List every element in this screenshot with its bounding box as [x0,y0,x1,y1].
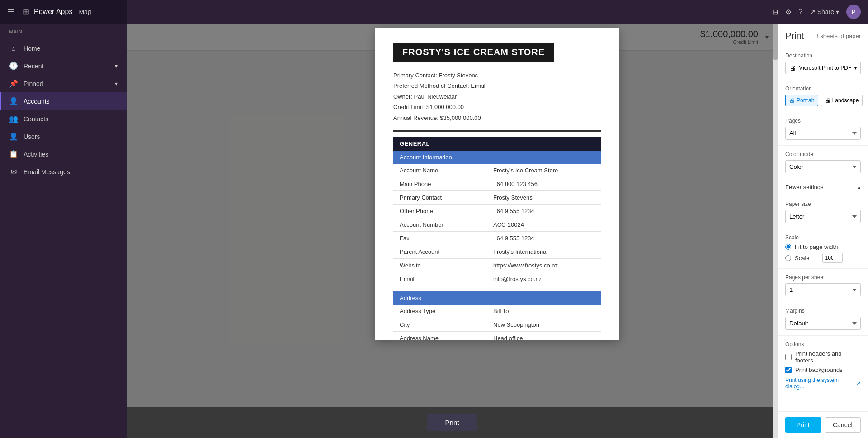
pages-per-sheet-label: Pages per sheet [785,274,861,281]
sidebar-item-users-label: Users [24,133,40,140]
external-link-icon: ↗ [856,380,861,386]
field-label: Account Number [393,218,487,231]
field-label: Website [393,258,487,272]
field-value: Frosty Stevens [487,190,601,204]
print-overlay: FROSTY'S ICE CREAM STORE Primary Contact… [127,24,868,438]
destination-value: Microsoft Print to PDF [798,65,854,71]
sidebar-item-contacts[interactable]: 👥 Contacts [0,110,127,128]
fewer-settings-label: Fewer settings [785,184,824,190]
margins-section: Margins Default [778,302,868,336]
share-icon: ↗ [810,8,816,15]
field-value: ACC-10024 [487,218,601,231]
table-row: Address Name Head office [393,331,601,340]
field-value: +64 800 123 456 [487,177,601,190]
print-headers-row: Print headers and footers [785,350,861,364]
print-headers-checkbox[interactable] [785,354,792,360]
portrait-button[interactable]: 🖨 Portrait [785,95,818,106]
table-row: Email info@frostys.co.nz [393,272,601,286]
field-label: Parent Account [393,245,487,258]
field-value: +64 9 555 1234 [487,231,601,245]
avatar[interactable]: P [846,5,861,19]
destination-selector[interactable]: 🖨 Microsoft Print to PDF ▾ [785,62,861,74]
help-icon[interactable]: ? [799,8,803,16]
margins-select[interactable]: Default [785,317,861,330]
sidebar-header: ☰ ⊞ Power Apps Mag [0,0,127,24]
pages-label: Pages [785,118,861,124]
pinned-icon: 📌 [9,79,18,88]
scrollbar-thumb[interactable] [773,24,778,60]
scrollbar[interactable] [773,24,778,438]
contacts-icon: 👥 [9,114,18,123]
sidebar-item-accounts[interactable]: 👤 Accounts [0,92,127,110]
field-label: Email [393,272,487,286]
scale-radio[interactable] [785,255,791,261]
print-system-link-label: Print using the system dialog... [785,377,854,390]
orientation-label: Orientation [785,86,861,92]
meta-line-4: Credit Limit: $1,000,000.00 [393,102,601,112]
app-label: Mag [79,8,91,15]
color-mode-select[interactable]: Color [785,160,861,173]
color-mode-label: Color mode [785,151,861,157]
table-row: Account Name Frosty's Ice Cream Store [393,164,601,177]
options-label: Options [785,341,861,348]
destination-label: Destination [785,52,861,59]
printer-icon: 🖨 [789,64,796,71]
email-icon: ✉ [9,167,18,176]
portrait-label: Portrait [797,97,814,104]
fewer-settings-toggle[interactable]: Fewer settings ▴ [778,179,868,195]
pages-select[interactable]: All [785,127,861,140]
chevron-up-icon: ▴ [858,184,861,190]
share-chevron-icon: ▾ [836,8,839,15]
menu-toggle-icon[interactable]: ☰ [7,7,14,17]
scale-row: Scale [785,253,861,263]
field-value: Frosty's International [487,245,601,258]
address-table: Address Type Bill To City New Scoopingto… [393,305,601,340]
cancel-button[interactable]: Cancel [825,417,861,433]
sidebar-item-activities-label: Activities [24,151,48,158]
share-button[interactable]: ↗ Share ▾ [810,8,839,15]
fit-to-page-width-label: Fit to page width [795,243,838,250]
paper-size-select[interactable]: Letter [785,210,861,223]
table-row: Account Number ACC-10024 [393,218,601,231]
table-row: Primary Contact Frosty Stevens [393,190,601,204]
print-panel-header: Print 3 sheets of paper [778,24,868,47]
sidebar-item-accounts-label: Accounts [24,98,50,105]
sidebar-item-contacts-label: Contacts [24,115,48,123]
print-backgrounds-checkbox[interactable] [785,367,792,373]
sidebar-item-home[interactable]: ⌂ Home [0,40,127,57]
print-system-link[interactable]: Print using the system dialog... ↗ [785,377,861,390]
field-label: Account Name [393,164,487,177]
field-value: https://www.frostys.co.nz [487,258,601,272]
address-header: Address [393,291,601,305]
sidebar-item-email-label: Email Messages [24,168,70,176]
sidebar-item-users[interactable]: 👤 Users [0,128,127,145]
main-area: ⊟ ⚙ ? ↗ Share ▾ P $1,000,000.00 Credit L… [127,0,868,438]
field-label: Primary Contact [393,190,487,204]
scale-input-row [822,253,843,263]
scale-input[interactable] [822,253,843,263]
color-mode-section: Color mode Color [778,146,868,179]
account-info-table: Account Name Frosty's Ice Cream Store Ma… [393,164,601,286]
settings-icon[interactable]: ⚙ [785,8,792,16]
pages-per-sheet-select[interactable]: 1 [785,283,861,296]
destination-section: Destination 🖨 Microsoft Print to PDF ▾ [778,47,868,80]
filter-icon[interactable]: ⊟ [772,8,778,16]
sidebar-item-pinned[interactable]: 📌 Pinned ▾ [0,75,127,92]
chevron-down-icon: ▾ [854,66,857,71]
landscape-button[interactable]: 🖨 Landscape [821,95,863,106]
scale-section: Scale Fit to page width Scale [778,229,868,269]
accounts-icon: 👤 [9,97,18,105]
bottom-print-button[interactable]: Print [427,414,477,431]
print-button[interactable]: Print [785,417,821,433]
chevron-down-icon: ▾ [115,81,118,87]
sidebar-item-email-messages[interactable]: ✉ Email Messages [0,163,127,181]
paper-size-label: Paper size [785,201,861,207]
sidebar-item-activities[interactable]: 📋 Activities [0,145,127,163]
sidebar-item-recent[interactable]: 🕐 Recent ▾ [0,57,127,75]
fit-to-page-width-radio[interactable] [785,244,791,250]
paper-size-section: Paper size Letter [778,195,868,229]
sidebar-navigation: ⌂ Home 🕐 Recent ▾ 📌 Pinned ▾ 👤 Accounts … [0,36,127,184]
print-backgrounds-row: Print backgrounds [785,367,861,373]
sidebar: ☰ ⊞ Power Apps Mag Main ⌂ Home 🕐 Recent … [0,0,127,438]
table-row: Fax +64 9 555 1234 [393,231,601,245]
